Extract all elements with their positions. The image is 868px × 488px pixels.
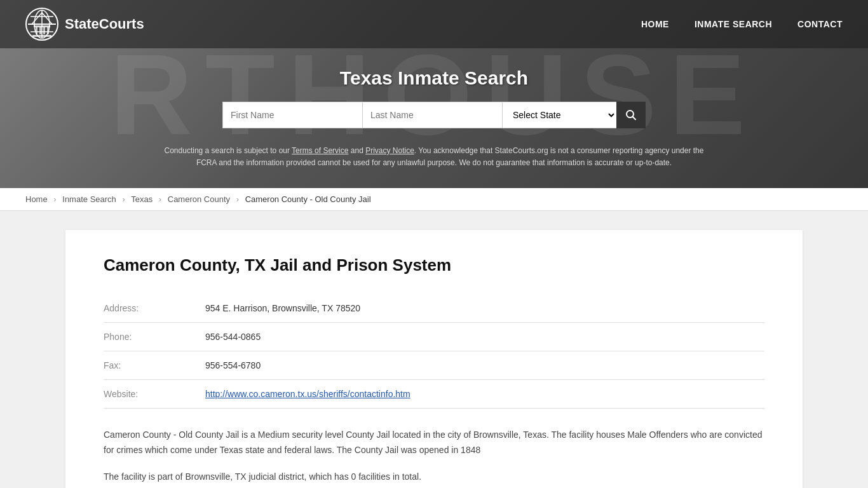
breadcrumb: Home › Inmate Search › Texas › Cameron C… (0, 188, 868, 211)
logo[interactable]: StateCourts (25, 8, 144, 41)
search-button[interactable] (616, 102, 646, 128)
fax-row: Fax: 956-554-6780 (104, 351, 764, 380)
description-1: Cameron County - Old County Jail is a Me… (104, 428, 764, 458)
breadcrumb-inmate-search[interactable]: Inmate Search (62, 194, 116, 204)
main-content: Cameron County, TX Jail and Prison Syste… (65, 230, 803, 488)
svg-rect-8 (39, 27, 41, 34)
facility-info-table: Address: 954 E. Harrison, Brownsville, T… (104, 294, 764, 409)
website-link[interactable]: http://www.co.cameron.tx.us/sheriffs/con… (205, 389, 410, 399)
breadcrumb-sep-3: › (159, 194, 161, 204)
breadcrumb-sep-4: › (236, 194, 239, 204)
svg-rect-10 (47, 27, 49, 34)
address-value: 954 E. Harrison, Brownsville, TX 78520 (205, 294, 764, 323)
hero-section: Texas Inmate Search Select State Alabama… (0, 48, 868, 188)
svg-rect-11 (34, 25, 50, 27)
tos-link[interactable]: Terms of Service (292, 146, 348, 155)
breadcrumb-state[interactable]: Texas (131, 194, 153, 204)
state-select[interactable]: Select State Alabama Alaska Arizona Arka… (502, 102, 616, 128)
svg-line-15 (633, 117, 636, 120)
phone-value: 956-544-0865 (205, 323, 764, 351)
description-2: The facility is part of Brownsville, TX … (104, 470, 764, 485)
search-icon (625, 109, 637, 121)
nav-home[interactable]: HOME (641, 19, 669, 29)
fax-label: Fax: (104, 351, 205, 380)
phone-row: Phone: 956-544-0865 (104, 323, 764, 351)
logo-icon (25, 8, 58, 41)
breadcrumb-current: Cameron County - Old County Jail (245, 194, 371, 204)
privacy-link[interactable]: Privacy Notice (365, 146, 414, 155)
disclaimer: Conducting a search is subject to our Te… (148, 139, 720, 182)
breadcrumb-county[interactable]: Cameron County (168, 194, 230, 204)
svg-rect-12 (32, 35, 51, 37)
facility-title: Cameron County, TX Jail and Prison Syste… (104, 255, 764, 275)
address-row: Address: 954 E. Harrison, Brownsville, T… (104, 294, 764, 323)
breadcrumb-home[interactable]: Home (25, 194, 48, 204)
breadcrumb-sep-1: › (53, 194, 56, 204)
svg-rect-9 (43, 27, 45, 34)
phone-label: Phone: (104, 323, 205, 351)
top-navigation: StateCourts HOME INMATE SEARCH CONTACT (0, 0, 868, 48)
address-label: Address: (104, 294, 205, 323)
fax-value: 956-554-6780 (205, 351, 764, 380)
nav-inmate-search[interactable]: INMATE SEARCH (695, 19, 772, 29)
logo-text: StateCourts (65, 16, 144, 32)
breadcrumb-sep-2: › (122, 194, 125, 204)
last-name-input[interactable] (362, 102, 502, 128)
website-label: Website: (104, 380, 205, 409)
website-row: Website: http://www.co.cameron.tx.us/she… (104, 380, 764, 409)
first-name-input[interactable] (222, 102, 362, 128)
hero-title: Texas Inmate Search (13, 67, 855, 89)
nav-contact[interactable]: CONTACT (797, 19, 843, 29)
svg-rect-7 (36, 27, 37, 34)
search-bar: Select State Alabama Alaska Arizona Arka… (13, 102, 855, 128)
